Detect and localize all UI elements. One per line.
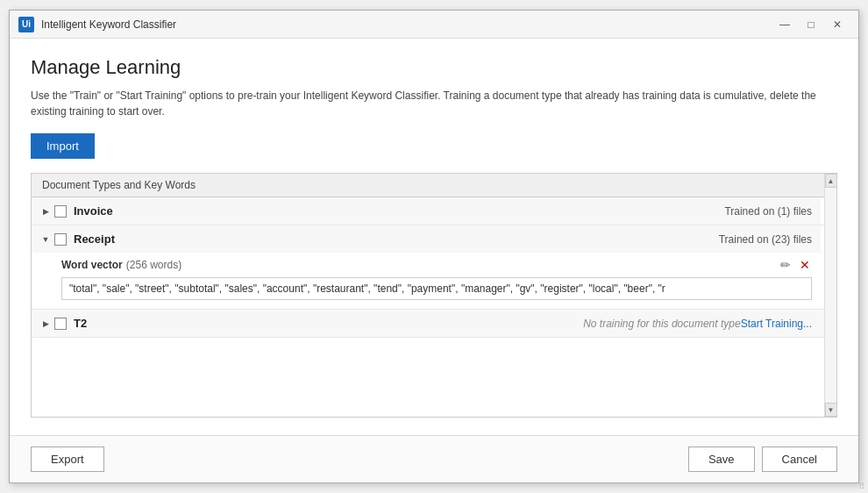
invoice-checkbox[interactable] (54, 205, 67, 218)
scroll-track[interactable] (825, 188, 837, 403)
receipt-name: Receipt (74, 232, 719, 246)
page-description: Use the "Train" or "Start Training" opti… (31, 88, 837, 119)
window-controls: — □ ✕ (772, 14, 850, 35)
app-icon: Ui (18, 17, 34, 32)
footer: Export Save Cancel (10, 435, 858, 482)
t2-name: T2 (74, 317, 578, 330)
receipt-expand-arrow[interactable]: ▼ (40, 234, 51, 245)
save-button[interactable]: Save (688, 447, 755, 472)
invoice-expand-arrow[interactable]: ▶ (40, 206, 51, 217)
cancel-button[interactable]: Cancel (762, 447, 837, 472)
start-training-link[interactable]: Start Training... (741, 318, 812, 330)
word-vector-content: "total", "sale", "street", "subtotal", "… (61, 277, 812, 300)
content-area: Manage Learning Use the "Train" or "Star… (10, 39, 858, 435)
t2-no-training-text: No training for this document type (583, 318, 740, 330)
t2-checkbox[interactable] (54, 318, 67, 330)
import-button[interactable]: Import (31, 133, 95, 159)
close-button[interactable]: ✕ (825, 14, 850, 35)
receipt-row: ▼ Receipt Trained on (23) files Word vec… (32, 225, 836, 310)
scroll-up-arrow[interactable]: ▲ (825, 174, 837, 188)
table-header: Document Types and Key Words (32, 174, 836, 197)
t2-row-header[interactable]: ▶ T2 No training for this document type … (32, 310, 821, 337)
maximize-button[interactable]: □ (799, 14, 823, 35)
receipt-expanded-content: Word vector (256 words) ✏ ✕ "total", "sa… (32, 253, 821, 309)
t2-row: ▶ T2 No training for this document type … (32, 310, 836, 338)
window-title: Intelligent Keyword Classifier (41, 18, 772, 31)
export-button[interactable]: Export (31, 447, 104, 472)
word-vector-label: Word vector (61, 259, 123, 271)
word-vector-count: (256 words) (126, 259, 181, 271)
table-body: ▶ Invoice Trained on (1) files ▼ Receipt… (32, 197, 836, 417)
t2-expand-arrow[interactable]: ▶ (40, 318, 51, 329)
minimize-button[interactable]: — (772, 14, 797, 35)
word-vector-header: Word vector (256 words) ✏ ✕ (61, 258, 812, 272)
main-window: Ui Intelligent Keyword Classifier — □ ✕ … (9, 10, 859, 483)
document-types-table: ▲ ▼ Document Types and Key Words ▶ Invoi… (31, 173, 837, 418)
word-vector-actions: ✏ ✕ (779, 258, 812, 272)
resize-handle[interactable]: ⠿ (858, 482, 864, 491)
page-title: Manage Learning (31, 56, 837, 79)
invoice-row-header[interactable]: ▶ Invoice Trained on (1) files (32, 197, 821, 225)
invoice-row: ▶ Invoice Trained on (1) files (32, 197, 836, 225)
title-bar: Ui Intelligent Keyword Classifier — □ ✕ (10, 11, 858, 39)
footer-right: Save Cancel (688, 447, 837, 472)
receipt-row-header[interactable]: ▼ Receipt Trained on (23) files (32, 225, 821, 253)
word-vector-edit-button[interactable]: ✏ (779, 258, 793, 272)
invoice-trained-info: Trained on (1) files (724, 205, 812, 218)
footer-left: Export (31, 447, 688, 472)
receipt-checkbox[interactable] (54, 233, 67, 246)
word-vector-delete-button[interactable]: ✕ (798, 258, 812, 272)
scrollbar[interactable]: ▲ ▼ (824, 174, 836, 417)
invoice-name: Invoice (74, 204, 724, 218)
receipt-trained-info: Trained on (23) files (719, 233, 812, 246)
scroll-down-arrow[interactable]: ▼ (825, 403, 837, 417)
